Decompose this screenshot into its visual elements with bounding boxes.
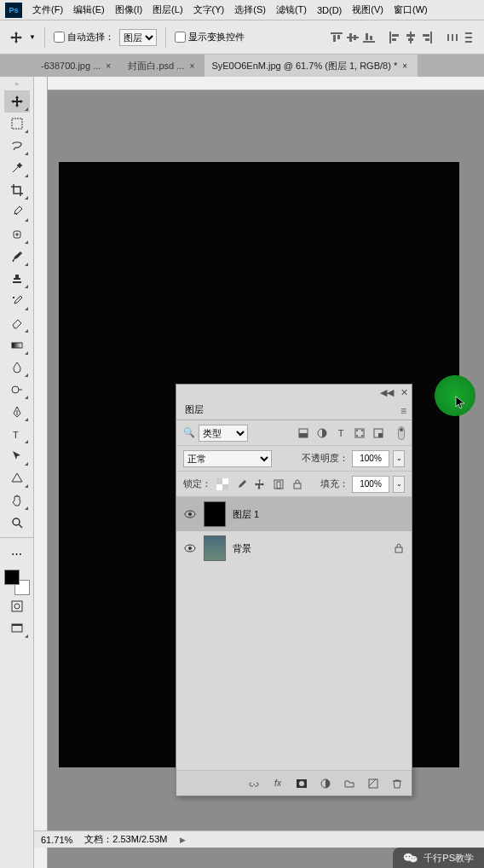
edit-toolbar-icon[interactable]: ⋯ [4, 542, 30, 564]
panel-collapse-icon[interactable]: ◀◀ [380, 387, 394, 398]
svg-point-46 [356, 435, 358, 437]
hand-tool[interactable] [4, 489, 30, 512]
show-transform-checkbox[interactable]: 显示变换控件 [175, 31, 245, 43]
visibility-toggle-icon[interactable] [183, 507, 197, 521]
close-icon[interactable]: × [402, 61, 411, 70]
history-brush-tool[interactable] [4, 290, 30, 312]
color-swatches[interactable] [4, 570, 30, 595]
align-bottom-icon[interactable] [362, 31, 376, 44]
doc-tab-1[interactable]: 封面白.psd ... × [121, 55, 205, 77]
brush-tool[interactable] [4, 246, 30, 268]
filter-type-icon[interactable]: T [333, 425, 349, 441]
filter-pixel-icon[interactable] [296, 425, 311, 441]
wechat-icon [403, 852, 418, 864]
menu-edit[interactable]: 编辑(E) [68, 3, 110, 16]
menu-filter[interactable]: 滤镜(T) [271, 3, 312, 16]
layer-row-bg[interactable]: 背景 [176, 531, 412, 565]
auto-select-dropdown[interactable]: 图层 [119, 29, 157, 46]
zoom-tool[interactable] [4, 512, 30, 534]
lock-all-icon[interactable] [290, 477, 305, 492]
visibility-toggle-icon[interactable] [183, 541, 197, 555]
layer-thumbnail[interactable] [204, 501, 226, 527]
new-group-icon[interactable] [342, 776, 357, 791]
filter-adjust-icon[interactable] [314, 425, 330, 441]
wand-tool[interactable] [4, 157, 30, 179]
lock-pos-icon[interactable] [252, 477, 268, 492]
type-tool[interactable]: T [4, 423, 30, 445]
new-layer-icon[interactable] [366, 776, 381, 791]
chevron-down-icon[interactable]: ▼ [29, 33, 36, 41]
toolbox-grip-icon[interactable]: » [4, 80, 30, 90]
panel-close-icon[interactable]: ✕ [400, 387, 408, 398]
screenmode-icon[interactable] [4, 617, 30, 639]
lasso-tool[interactable] [4, 135, 30, 157]
quickmask-icon[interactable] [4, 595, 30, 617]
filter-toggle-switch[interactable] [398, 426, 405, 440]
svg-point-31 [14, 604, 20, 609]
menu-window[interactable]: 窗口(W) [389, 3, 433, 16]
menu-layer[interactable]: 图层(L) [147, 3, 187, 16]
layer-thumbnail[interactable] [204, 535, 226, 561]
doc-tab-2[interactable]: SyE0O6EnM.jpg @ 61.7% (图层 1, RGB/8) * × [205, 55, 418, 77]
eyedropper-tool[interactable] [4, 201, 30, 223]
gradient-tool[interactable] [4, 334, 30, 356]
shape-tool[interactable] [4, 467, 30, 489]
layer-list-empty[interactable] [176, 565, 412, 770]
align-right-icon[interactable] [420, 31, 434, 44]
eraser-tool[interactable] [4, 312, 30, 334]
crop-tool[interactable] [4, 179, 30, 201]
fill-input[interactable]: 100% [352, 476, 389, 493]
adjustment-layer-icon[interactable] [318, 776, 333, 791]
align-top-icon[interactable] [330, 31, 343, 44]
menu-file[interactable]: 文件(F) [27, 3, 68, 16]
path-select-tool[interactable] [4, 445, 30, 467]
opacity-dropdown-icon[interactable]: ⌄ [393, 450, 405, 467]
distribute-v-icon[interactable] [462, 31, 475, 44]
menu-3d[interactable]: 3D(D) [312, 5, 347, 15]
filter-smart-icon[interactable] [371, 425, 386, 441]
layer-row-1[interactable]: 图层 1 [176, 497, 412, 531]
lock-trans-icon[interactable] [215, 477, 230, 492]
add-mask-icon[interactable] [294, 776, 309, 791]
layer-name[interactable]: 背景 [233, 542, 251, 555]
zoom-readout[interactable]: 61.71% [41, 835, 72, 845]
doc-info[interactable]: 文档：2.53M/2.53M [84, 833, 167, 846]
close-icon[interactable]: × [106, 61, 114, 70]
blend-mode-dropdown[interactable]: 正常 [183, 450, 272, 467]
filter-kind-dropdown[interactable]: 类型 [199, 425, 248, 442]
marquee-tool[interactable] [4, 113, 30, 135]
layers-panel[interactable]: ◀◀ ✕ 图层 ≡ 🔍 类型 T 正常 不透明度： 100% ⌄ 锁定： [176, 384, 412, 796]
panel-menu-icon[interactable]: ≡ [400, 405, 406, 417]
blur-tool[interactable] [4, 356, 30, 379]
fg-color-swatch[interactable] [4, 570, 20, 585]
menu-select[interactable]: 选择(S) [229, 3, 271, 16]
vertical-ruler[interactable] [34, 77, 48, 868]
link-layers-icon[interactable] [246, 776, 262, 791]
close-icon[interactable]: × [189, 61, 198, 70]
opacity-input[interactable]: 100% [352, 450, 389, 467]
delete-layer-icon[interactable] [389, 776, 405, 791]
move-tool[interactable] [4, 90, 30, 113]
distribute-h-icon[interactable] [446, 31, 459, 44]
chevron-right-icon[interactable]: ▶ [180, 836, 186, 844]
layer-name[interactable]: 图层 1 [233, 508, 259, 521]
lock-pixel-icon[interactable] [233, 477, 249, 492]
horizontal-ruler[interactable] [34, 77, 484, 90]
stamp-tool[interactable] [4, 268, 30, 290]
doc-tab-0[interactable]: -638700.jpg ... × [34, 55, 121, 77]
filter-shape-icon[interactable] [352, 425, 367, 441]
menu-image[interactable]: 图像(I) [110, 3, 147, 16]
panel-title[interactable]: 图层 [185, 403, 204, 416]
dodge-tool[interactable] [4, 379, 30, 401]
auto-select-checkbox[interactable]: 自动选择： [54, 31, 114, 43]
align-left-icon[interactable] [388, 31, 401, 44]
menu-view[interactable]: 视图(V) [347, 3, 389, 16]
fill-dropdown-icon[interactable]: ⌄ [393, 476, 405, 493]
pen-tool[interactable] [4, 401, 30, 423]
align-hcenter-icon[interactable] [404, 31, 418, 44]
align-vcenter-icon[interactable] [346, 31, 360, 44]
fx-icon[interactable]: fx [270, 776, 285, 791]
menu-type[interactable]: 文字(Y) [188, 3, 230, 16]
lock-artboard-icon[interactable] [271, 477, 286, 492]
healing-tool[interactable] [4, 223, 30, 246]
